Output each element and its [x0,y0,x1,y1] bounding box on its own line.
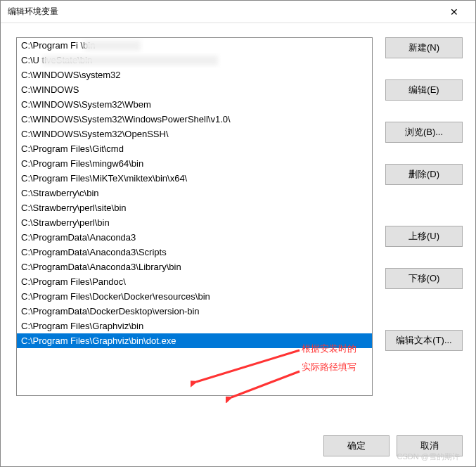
list-item[interactable]: C:\WINDOWS [17,82,372,97]
moveup-button[interactable]: 上移(U) [385,226,463,247]
list-item[interactable]: C:\Program Files\mingw64\bin [17,156,372,171]
movedown-button[interactable]: 下移(O) [385,268,463,289]
path-listbox[interactable]: C:\Program Fi \binC:\U tiveState\binC:\W… [16,37,373,396]
edittext-button[interactable]: 编辑文本(T)... [385,330,463,351]
content-area: C:\Program Fi \binC:\U tiveState\binC:\W… [1,23,475,403]
list-item[interactable]: C:\Program Files\Graphviz\bin\dot.exe [17,333,372,348]
list-item[interactable]: C:\Strawberry\perl\bin [17,215,372,230]
list-item[interactable]: C:\Strawberry\perl\site\bin [17,200,372,215]
window-title: 编辑环境变量 [8,6,440,18]
titlebar: 编辑环境变量 ✕ [1,1,475,23]
ok-button[interactable]: 确定 [323,435,390,456]
list-item[interactable]: C:\Program Files\Graphviz\bin [17,319,372,333]
list-item[interactable]: C:\Program Files\Docker\Docker\resources… [17,289,372,304]
new-button[interactable]: 新建(N) [385,37,463,58]
list-item[interactable]: C:\Program Files\MiKTeX\miktex\bin\x64\ [17,171,372,186]
list-item[interactable]: C:\Program Files\Git\cmd [17,141,372,156]
list-item[interactable]: C:\ProgramData\DockerDesktop\version-bin [17,304,372,319]
list-item[interactable]: C:\ProgramData\Anaconda3\Library\bin [17,260,372,274]
list-item[interactable]: C:\ProgramData\Anaconda3 [17,230,372,245]
watermark: CSDN @雪的期许 [397,452,460,462]
list-item[interactable]: C:\Strawberry\c\bin [17,186,372,200]
list-item[interactable]: C:\WINDOWS\System32\Wbem [17,97,372,112]
list-item[interactable]: C:\Program Fi \bin [17,38,372,53]
list-item[interactable]: C:\WINDOWS\System32\OpenSSH\ [17,127,372,141]
list-item[interactable]: C:\U tiveState\bin [17,53,372,68]
close-icon[interactable]: ✕ [440,6,468,18]
list-item[interactable]: C:\ProgramData\Anaconda3\Scripts [17,245,372,260]
delete-button[interactable]: 删除(D) [385,164,463,185]
browse-button[interactable]: 浏览(B)... [385,122,463,143]
button-column: 新建(N) 编辑(E) 浏览(B)... 删除(D) 上移(U) 下移(O) 编… [385,37,463,396]
list-item[interactable]: C:\Program Files\Pandoc\ [17,274,372,289]
edit-button[interactable]: 编辑(E) [385,79,463,101]
list-item[interactable]: C:\WINDOWS\system32 [17,68,372,82]
list-item[interactable]: C:\WINDOWS\System32\WindowsPowerShell\v1… [17,112,372,127]
